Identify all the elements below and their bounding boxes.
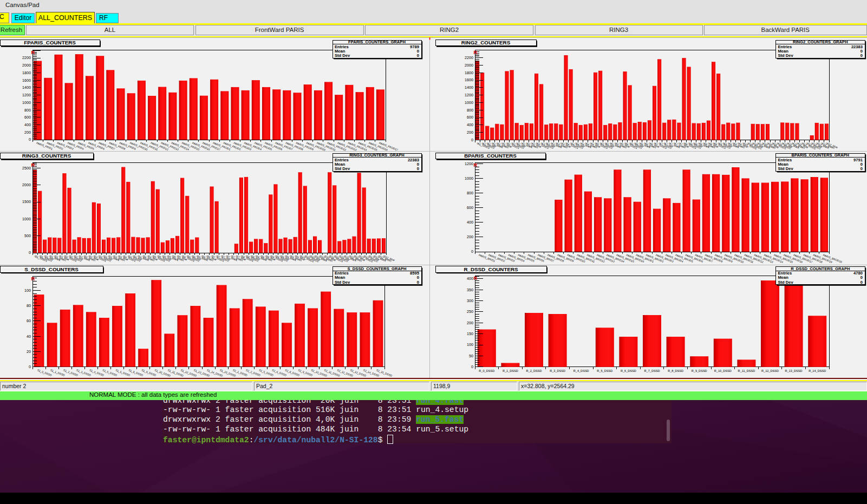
- svg-text:1400: 1400: [22, 85, 31, 90]
- svg-text:1200: 1200: [22, 93, 31, 97]
- svg-text:0: 0: [861, 166, 863, 171]
- svg-text:1000: 1000: [22, 217, 31, 221]
- svg-text:1000: 1000: [22, 100, 31, 105]
- svg-text:400: 400: [467, 220, 473, 225]
- svg-text:0: 0: [471, 249, 473, 254]
- svg-text:800: 800: [467, 108, 473, 113]
- svg-text:60: 60: [27, 318, 31, 323]
- svg-text:RING3_COUNTERS: RING3_COUNTERS: [22, 153, 71, 159]
- svg-text:R_12_DSSD: R_12_DSSD: [761, 369, 779, 372]
- svg-text:200: 200: [467, 130, 473, 135]
- svg-text:0: 0: [29, 137, 31, 142]
- svg-text:R_2_DSSD: R_2_DSSD: [526, 369, 542, 372]
- svg-text:BPARIS_COUNTERS: BPARIS_COUNTERS: [464, 153, 517, 159]
- svg-text:Std Dev: Std Dev: [778, 53, 794, 58]
- svg-text:2200: 2200: [465, 55, 473, 60]
- svg-text:600: 600: [24, 115, 31, 120]
- svg-text:0: 0: [471, 364, 473, 369]
- svg-text:1000: 1000: [465, 176, 473, 181]
- svg-text:1200: 1200: [465, 93, 473, 97]
- svg-text:0: 0: [861, 280, 863, 285]
- svg-text:R: R: [474, 162, 478, 168]
- svg-text:Std Dev: Std Dev: [335, 53, 350, 58]
- svg-text:RING2_COUNTERS_GRAPH: RING2_COUNTERS_GRAPH: [793, 40, 848, 44]
- svg-text:400: 400: [467, 276, 473, 281]
- svg-text:R_6_DSSD: R_6_DSSD: [621, 369, 636, 372]
- svg-text:200: 200: [467, 234, 473, 239]
- svg-text:800: 800: [467, 191, 473, 195]
- svg-text:200: 200: [24, 130, 31, 135]
- svg-text:Std Dev: Std Dev: [335, 166, 350, 171]
- svg-text:R_5_DSSD: R_5_DSSD: [597, 369, 612, 372]
- svg-text:R_11_DSSD: R_11_DSSD: [738, 369, 755, 372]
- svg-text:400: 400: [24, 122, 31, 127]
- svg-text:20: 20: [27, 349, 31, 354]
- svg-text:R: R: [31, 276, 35, 282]
- svg-text:S_DSSD_COUNTERS_GRAPH: S_DSSD_COUNTERS_GRAPH: [348, 266, 407, 271]
- svg-text:FPARIS_COUNTERS: FPARIS_COUNTERS: [24, 40, 76, 45]
- svg-text:350: 350: [467, 287, 473, 292]
- svg-text:R: R: [31, 49, 35, 55]
- svg-text:0: 0: [29, 250, 31, 255]
- svg-text:FPARIS_COUNTERS_GRAPH: FPARIS_COUNTERS_GRAPH: [348, 40, 406, 44]
- svg-text:R: R: [31, 162, 35, 168]
- svg-text:0: 0: [861, 53, 863, 58]
- svg-text:2200: 2200: [22, 55, 31, 60]
- svg-text:R: R: [474, 275, 478, 281]
- svg-text:RING3_COUNTERS_GRAPH: RING3_COUNTERS_GRAPH: [349, 153, 405, 158]
- svg-text:BPARIS_COUNTERS_GRAPH: BPARIS_COUNTERS_GRAPH: [791, 153, 849, 158]
- svg-text:R_7_DSSD: R_7_DSSD: [644, 369, 660, 372]
- svg-text:500: 500: [24, 233, 31, 238]
- svg-text:R_8_DSSD: R_8_DSSD: [668, 369, 683, 372]
- svg-text:S_DSSD_COUNTERS: S_DSSD_COUNTERS: [24, 266, 79, 272]
- svg-text:50: 50: [469, 354, 473, 358]
- svg-text:0: 0: [29, 364, 31, 369]
- svg-text:R_9_DSSD: R_9_DSSD: [692, 369, 707, 372]
- svg-text:R_4_DSSD: R_4_DSSD: [573, 369, 589, 372]
- svg-text:Std Dev: Std Dev: [335, 280, 350, 285]
- svg-text:R_10_DSSD: R_10_DSSD: [714, 369, 732, 372]
- svg-text:600: 600: [467, 205, 473, 210]
- svg-text:600: 600: [467, 115, 473, 120]
- svg-text:1600: 1600: [465, 77, 473, 82]
- svg-text:RING2_COUNTERS: RING2_COUNTERS: [461, 40, 511, 45]
- svg-text:40: 40: [27, 334, 31, 339]
- svg-text:200: 200: [467, 320, 473, 325]
- svg-text:R: R: [474, 49, 478, 55]
- svg-text:1000: 1000: [465, 100, 473, 105]
- svg-text:2000: 2000: [22, 182, 31, 187]
- svg-text:300: 300: [467, 298, 473, 303]
- svg-text:1800: 1800: [465, 70, 473, 75]
- svg-text:2000: 2000: [22, 63, 31, 68]
- svg-text:100: 100: [467, 342, 473, 347]
- svg-text:400: 400: [467, 122, 473, 127]
- svg-text:Std Dev: Std Dev: [778, 280, 794, 285]
- svg-text:1500: 1500: [22, 199, 31, 204]
- svg-text:0: 0: [471, 138, 473, 142]
- svg-text:R_0_DSSD: R_0_DSSD: [479, 369, 494, 372]
- svg-text:R_DSSD_COUNTERS: R_DSSD_COUNTERS: [464, 266, 518, 272]
- svg-text:R_DSSD_COUNTERS_GRAPH: R_DSSD_COUNTERS_GRAPH: [791, 266, 850, 271]
- svg-text:800: 800: [24, 108, 31, 113]
- svg-text:2000: 2000: [465, 63, 473, 68]
- svg-text:R_13_DSSD: R_13_DSSD: [785, 369, 803, 372]
- svg-text:R_3_DSSD: R_3_DSSD: [550, 369, 565, 372]
- svg-text:0: 0: [417, 53, 419, 58]
- svg-text:250: 250: [467, 309, 473, 314]
- svg-text:0: 0: [417, 166, 419, 171]
- svg-text:150: 150: [467, 331, 473, 336]
- svg-text:R_1_DSSD: R_1_DSSD: [503, 369, 518, 372]
- svg-text:Std Dev: Std Dev: [778, 166, 794, 171]
- svg-text:1200: 1200: [465, 161, 473, 166]
- svg-text:1600: 1600: [22, 78, 31, 83]
- svg-text:1400: 1400: [465, 85, 473, 90]
- svg-text:R_14_DSSD: R_14_DSSD: [809, 369, 826, 372]
- svg-text:2500: 2500: [22, 166, 31, 171]
- svg-text:80: 80: [27, 303, 31, 308]
- svg-text:100: 100: [24, 288, 31, 293]
- svg-text:0: 0: [417, 280, 419, 285]
- svg-text:1800: 1800: [22, 70, 31, 75]
